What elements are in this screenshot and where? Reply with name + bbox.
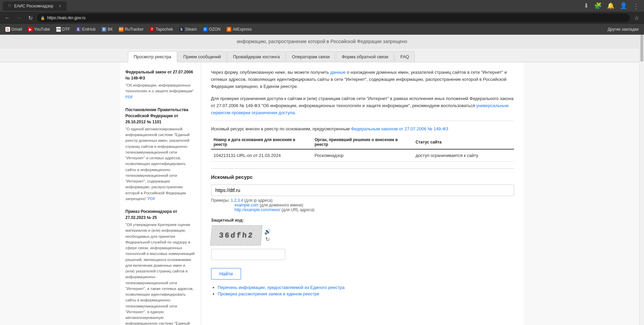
sidebar-order1-title: Приказ Роскомнадзора от 27.02.2023 № 25 [126,208,195,221]
bookmark-vk-label: ВК [108,27,113,32]
browser-tab[interactable]: 🛡 ЕАИС Роскомнадзор × [3,1,67,11]
bookmark-star[interactable]: ☆ [632,13,641,23]
tab-title: ЕАИС Роскомнадзор [14,4,53,8]
extensions-icon[interactable]: 🧩 [592,2,604,10]
registry-table: Номер и дата основания для внесения в ре… [211,135,514,162]
forward-button[interactable]: → [14,13,24,23]
captcha-input[interactable] [211,249,285,260]
example-url-link[interactable]: http://example.com/news/ [235,207,280,212]
dtf-icon: DTF [56,27,61,32]
bookmark-dtf[interactable]: DTF DTF [54,26,73,33]
bookmark-gmail[interactable]: G Gmail [3,26,25,33]
captcha-refresh-button[interactable]: ↻ [264,236,271,242]
search-button-container: Найти [211,264,514,280]
resource-search-input[interactable] [211,185,514,196]
back-button[interactable]: ← [3,13,12,23]
refresh-button[interactable]: ↻ [26,13,35,23]
info-box: Для проверки ограничения доступа к сайта… [211,95,514,121]
steam-icon: S [179,27,184,32]
browser-chrome: 🛡 ЕАИС Роскомнадзор × ⬇ 🧩 🔔 👤 ⋮ ← → ↻ 🔒 … [0,0,644,35]
bookmark-steam-label: Steam [185,27,197,32]
table-col2-header: Орган, принявший решение о внесении в ре… [312,135,413,149]
main-layout: Федеральный закон от 27.07.2006 № 149-ФЗ… [120,62,524,325]
list-item: Перечень информации, предоставляемой из … [218,285,514,290]
registry-law-link[interactable]: Федеральным законом от 27.07.2006 № 149-… [351,126,448,131]
bookmark-youtube[interactable]: ▶ YouTube [25,26,53,33]
scrollbar-thumb[interactable] [640,35,643,62]
profile-icon[interactable]: 👤 [618,2,629,10]
bookmark-ozon-label: OZON [209,27,221,32]
address-bar[interactable]: 🔒 https://eais.rkn.gov.ru [37,13,630,22]
sidebar-decree-link[interactable]: PDF [148,197,156,201]
example-domain-link[interactable]: example.com [235,203,259,207]
lock-icon: 🔒 [40,16,45,20]
bookmark-steam[interactable]: S Steam [176,26,200,33]
links-list: Перечень информации, предоставляемой из … [211,285,514,296]
bookmark-aliexpress-label: AliExpress [233,27,252,32]
bookmark-ozon[interactable]: O OZON [200,26,224,33]
url-text: https://eais.rkn.gov.ru [47,15,86,20]
bookmark-aliexpress[interactable]: A AliExpress [224,26,255,33]
bookmark-dtf-label: DTF [62,27,70,32]
tab-faq[interactable]: FAQ [395,51,415,62]
sidebar: Федеральный закон от 27.07.2006 № 149-ФЗ… [120,62,201,325]
window-controls: ⬇ 🧩 🔔 👤 ⋮ [582,2,641,10]
search-button[interactable]: Найти [211,268,241,280]
menu-icon[interactable]: ⋮ [631,2,641,10]
registry-notice: Искомый ресурс внесен в реестр по основа… [211,126,514,131]
banner-text: информацию, распространение которой в Ро… [237,39,407,44]
captcha-section: Защитный код: 36dfh2 🔊 ↻ [211,218,514,260]
aliexpress-icon: A [227,27,231,32]
tab-telecom-operators[interactable]: Операторам связи [286,51,335,62]
other-bookmarks-label: Другие закладки [608,27,639,32]
table-cell-organ: Роскомнадзор [312,149,413,162]
download-icon[interactable]: ⬇ [582,2,591,10]
tab-feedback[interactable]: Форма обратной связи [336,51,394,62]
rutracker-icon: RT [119,27,124,32]
tab-hosting-providers[interactable]: Провайдерам хостинга [227,51,285,62]
captcha-audio-button[interactable]: 🔊 [264,228,271,235]
bookmark-tapochek[interactable]: T Tapochek [147,26,175,33]
bookmark-rutracker[interactable]: RT RuTracker [116,26,146,33]
table-col1-header: Номер и дата основания для внесения в ре… [211,135,312,149]
notifications-icon[interactable]: 🔔 [605,2,616,10]
sidebar-decree-body: "О единой автоматизированной информацион… [126,126,195,202]
table-row: 104213131-URL-on от 21.03.2024 Роскомнад… [211,149,514,162]
tab-view-registry[interactable]: Просмотр реестра [128,51,177,62]
table-cell-number: 104213131-URL-on от 21.03.2024 [211,149,312,162]
vk-icon: В [102,27,106,32]
captcha-controls: 🔊 ↻ [264,228,271,242]
gmail-icon: G [5,27,10,32]
content-area: Через форму, опубликованную ниже, вы мож… [201,62,524,325]
link-proverka[interactable]: Проверка рассмотрения заявок в едином ре… [218,291,319,296]
bookmark-gmail-label: Gmail [11,27,22,32]
example-ip-link[interactable]: 1.2.3.4 [231,198,243,203]
tab-favicon: 🛡 [8,4,11,8]
scrollbar-track[interactable] [639,35,644,325]
captcha-image: 36dfh2 [210,225,262,246]
bookmark-youtube-label: YouTube [34,27,50,32]
ozon-icon: O [203,27,208,32]
other-bookmarks[interactable]: Другие закладки [605,26,641,33]
examples-text: Примеры: 1.2.3.4 (для ip адреса) example… [211,198,514,212]
tapochek-icon: T [149,27,154,32]
bookmark-vk[interactable]: В ВК [99,26,115,33]
sidebar-section-law1: Федеральный закон от 27.07.2006 № 149-ФЗ… [126,69,195,100]
divider [211,168,514,169]
page-content: информацию, распространение которой в Ро… [0,35,644,325]
tab-close[interactable]: × [59,3,61,9]
bookmarks-bar: G Gmail ▶ YouTube DTF DTF E EntHub В ВК … [0,24,644,35]
enthub-icon: E [76,27,81,32]
link-perchen[interactable]: Перечень информации, предоставляемой из … [218,285,345,290]
bookmark-enthub-label: EntHub [82,27,96,32]
list-item: Проверка рассмотрения заявок в едином ре… [218,291,514,296]
sidebar-law1-link[interactable]: PDF [126,95,133,99]
bookmark-enthub[interactable]: E EntHub [73,26,98,33]
tab-receive-messages[interactable]: Прием сообщений [178,51,227,62]
page-banner: информацию, распространение которой в Ро… [0,35,644,48]
intro-data-link[interactable]: данные [330,70,346,75]
table-cell-status: доступ ограничивается к сайту [413,149,514,162]
content-intro: Через форму, опубликованную ниже, вы мож… [211,69,514,90]
bookmark-rutracker-label: RuTracker [125,27,144,32]
sidebar-decree-title: Постановление Правительства Российской Ф… [126,107,195,125]
